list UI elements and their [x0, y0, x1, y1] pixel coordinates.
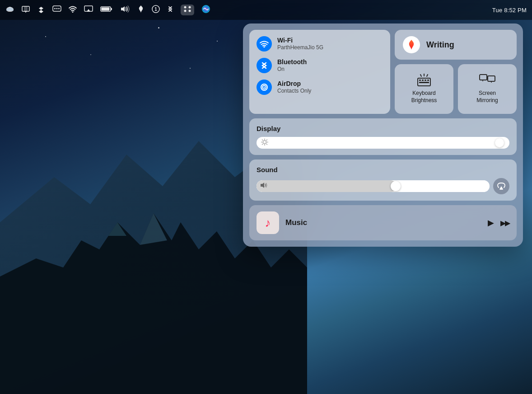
svg-rect-8 — [24, 6, 28, 11]
svg-point-15 — [58, 8, 60, 9]
svg-marker-11 — [39, 7, 43, 13]
bluetooth-symbol-icon — [261, 61, 267, 70]
bluetooth-label: Bluetooth — [277, 58, 307, 66]
svg-line-58 — [262, 144, 263, 145]
svg-marker-23 — [121, 6, 125, 12]
svg-point-14 — [56, 8, 58, 9]
airdrop-sublabel: Contacts Only — [277, 88, 311, 95]
svg-point-13 — [54, 8, 56, 9]
sound-slider-row — [257, 178, 509, 194]
airplay-display-icon[interactable] — [84, 5, 93, 14]
onepassword-icon[interactable]: 1 — [152, 5, 160, 15]
svg-point-28 — [184, 10, 187, 12]
display-slider[interactable] — [257, 137, 509, 149]
svg-line-37 — [420, 75, 421, 76]
airdrop-label: AirDrop — [277, 80, 311, 88]
music-note-icon: ♪ — [265, 216, 271, 230]
star — [190, 68, 191, 69]
music-skip-button[interactable]: ▶▶ — [500, 219, 509, 227]
right-column: Writing — [395, 30, 517, 114]
music-play-button[interactable]: ▶ — [488, 218, 494, 228]
svg-rect-41 — [425, 80, 426, 81]
svg-line-55 — [262, 140, 263, 141]
svg-rect-43 — [419, 82, 429, 83]
svg-line-36 — [427, 75, 428, 76]
imessage-icon[interactable] — [52, 5, 61, 14]
music-app-icon: ♪ — [257, 211, 279, 234]
keyboard-brightness-icon — [416, 74, 432, 86]
keyboard-brightness-tile[interactable]: Keyboard Brightness — [395, 64, 453, 114]
bluetooth-icon[interactable] — [167, 5, 173, 15]
dropbox-icon[interactable] — [37, 6, 45, 14]
bluetooth-item[interactable]: Bluetooth On — [257, 58, 383, 73]
battery-icon[interactable] — [100, 5, 113, 14]
menubar-right: Tue 8:52 PM — [492, 7, 527, 14]
wifi-icon — [260, 40, 269, 47]
display-section: Display — [249, 118, 517, 155]
keyboard-brightness-label: Keyboard Brightness — [411, 90, 437, 104]
airdrop-text: AirDrop Contacts Only — [277, 80, 311, 94]
wifi-menu-icon[interactable] — [69, 5, 77, 14]
svg-marker-59 — [261, 183, 264, 188]
svg-point-29 — [189, 10, 191, 12]
siri-icon[interactable] — [201, 5, 210, 15]
svg-rect-21 — [102, 8, 110, 11]
menubar: 1 — [0, 0, 532, 20]
network-card: Wi-Fi ParthHeemaJio 5G Bluetooth On — [249, 30, 390, 114]
brightness-bar — [270, 137, 506, 149]
wifi-icon-wrap — [257, 36, 272, 52]
sound-bar-fill — [257, 180, 397, 192]
svg-line-57 — [266, 140, 267, 141]
svg-rect-45 — [488, 76, 495, 81]
display-slider-row — [257, 137, 509, 149]
control-center-icon[interactable] — [181, 5, 194, 15]
volume-icon[interactable] — [120, 5, 130, 14]
screen-mirroring-tile[interactable]: Screen Mirroring — [458, 64, 517, 114]
topnotch-icon[interactable] — [137, 5, 145, 15]
airdrop-item[interactable]: AirDrop Contacts Only — [257, 80, 383, 95]
music-controls: ▶ ▶▶ — [488, 218, 509, 228]
svg-point-50 — [263, 141, 266, 144]
control-center-panel: Wi-Fi ParthHeemaJio 5G Bluetooth On — [243, 23, 523, 247]
star — [158, 27, 159, 28]
svg-rect-42 — [427, 80, 429, 81]
star — [90, 54, 91, 55]
svg-point-26 — [184, 6, 187, 9]
bluetooth-icon-wrap — [257, 58, 272, 73]
airdrop-icon-wrap — [257, 80, 272, 95]
music-card[interactable]: ♪ Music ▶ ▶▶ — [249, 205, 517, 240]
sound-thumb — [391, 181, 401, 191]
sound-section: Sound — [249, 159, 517, 201]
music-title: Music — [285, 218, 481, 227]
svg-rect-22 — [111, 8, 112, 10]
svg-rect-44 — [480, 75, 487, 80]
volume-slider-icon — [260, 182, 267, 191]
airplay-output-button[interactable] — [493, 178, 509, 194]
writing-tile[interactable]: Writing — [395, 30, 517, 60]
svg-point-16 — [72, 11, 74, 13]
wifi-label: Wi-Fi — [277, 37, 323, 44]
svg-rect-39 — [419, 80, 421, 81]
display-menu-icon[interactable] — [22, 6, 30, 14]
top-row: Wi-Fi ParthHeemaJio 5G Bluetooth On — [249, 30, 517, 114]
bluetooth-text: Bluetooth On — [277, 58, 307, 73]
small-tiles-row: Keyboard Brightness Screen — [395, 64, 517, 114]
display-title: Display — [257, 125, 509, 132]
menubar-time: Tue 8:52 PM — [492, 7, 527, 14]
svg-point-31 — [263, 46, 265, 47]
brightness-icon — [261, 139, 268, 147]
sound-title: Sound — [257, 166, 509, 174]
star — [45, 36, 46, 37]
writing-icon-wrap — [403, 36, 420, 53]
writing-title: Writing — [426, 40, 454, 50]
airdrop-icon — [260, 83, 269, 92]
writing-flame-icon — [406, 39, 417, 51]
sound-slider[interactable] — [257, 180, 490, 192]
wifi-item[interactable]: Wi-Fi ParthHeemaJio 5G — [257, 36, 383, 52]
svg-text:1: 1 — [154, 7, 157, 12]
svg-marker-60 — [499, 186, 503, 189]
menubar-left: 1 — [5, 5, 492, 15]
screen-mirroring-label: Screen Mirroring — [476, 90, 498, 104]
weather-icon[interactable] — [5, 5, 14, 14]
brightness-thumb — [495, 138, 504, 147]
